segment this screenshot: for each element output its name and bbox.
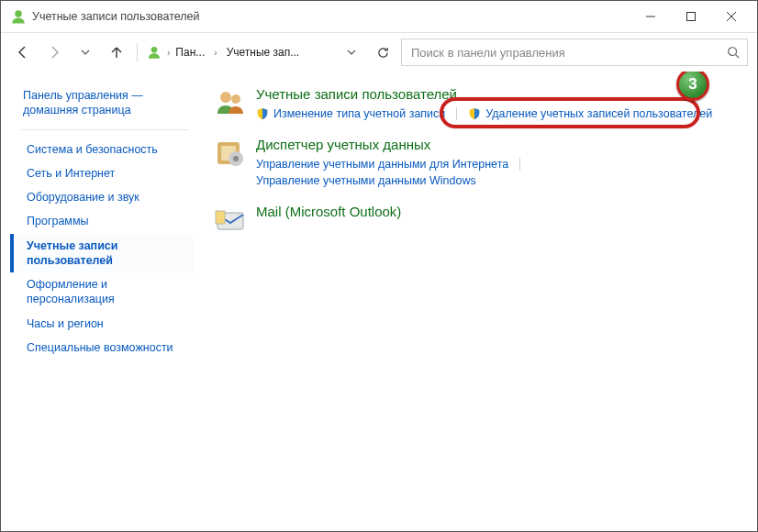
svg-rect-15 bbox=[216, 211, 225, 224]
navbar: › Пан... › Учетные зап... bbox=[1, 33, 757, 72]
sidebar-item-programs[interactable]: Программы bbox=[10, 209, 194, 233]
address-dropdown[interactable] bbox=[339, 39, 364, 65]
separator bbox=[21, 129, 188, 130]
svg-line-7 bbox=[736, 55, 740, 59]
link-windows-credentials[interactable]: Управление учетными данными Windows bbox=[256, 172, 476, 189]
sidebar-item-hardware-sound[interactable]: Оборудование и звук bbox=[10, 185, 194, 209]
sidebar-item-ease-of-access[interactable]: Специальные возможности bbox=[10, 336, 194, 360]
chevron-right-icon: › bbox=[210, 48, 220, 58]
svg-point-6 bbox=[729, 48, 737, 56]
svg-rect-2 bbox=[687, 13, 696, 21]
svg-point-8 bbox=[220, 92, 231, 103]
section-user-accounts: Учетные записи пользователей Изменение т… bbox=[214, 86, 744, 122]
svg-point-5 bbox=[151, 47, 158, 53]
section-heading[interactable]: Диспетчер учетных данных bbox=[256, 137, 744, 152]
history-dropdown[interactable] bbox=[72, 39, 98, 65]
separator bbox=[519, 158, 520, 171]
sidebar-item-clock-region[interactable]: Часы и регион bbox=[10, 312, 194, 336]
body: Панель управления — домашняя страница Си… bbox=[1, 72, 757, 531]
section-mail: Mail (Microsoft Outlook) bbox=[214, 204, 744, 237]
shield-icon bbox=[256, 107, 269, 120]
refresh-button[interactable] bbox=[370, 39, 396, 65]
up-button[interactable] bbox=[104, 39, 129, 65]
window-controls bbox=[630, 3, 752, 30]
mail-icon bbox=[214, 204, 247, 237]
control-panel-home[interactable]: Панель управления — домашняя страница bbox=[10, 86, 194, 129]
link-remove-user-accounts[interactable]: Удаление учетных записей пользователей bbox=[468, 105, 712, 122]
svg-point-9 bbox=[231, 94, 240, 104]
sidebar-item-user-accounts[interactable]: Учетные записи пользователей bbox=[10, 234, 194, 273]
section-heading[interactable]: Mail (Microsoft Outlook) bbox=[256, 204, 744, 219]
search-input[interactable] bbox=[409, 45, 727, 61]
section-heading[interactable]: Учетные записи пользователей bbox=[256, 86, 744, 102]
chevron-right-icon: › bbox=[163, 48, 173, 58]
back-button[interactable] bbox=[10, 39, 36, 65]
window-title: Учетные записи пользователей bbox=[32, 10, 630, 23]
breadcrumb-part: Пан... bbox=[175, 46, 205, 59]
sidebar-item-network[interactable]: Сеть и Интернет bbox=[10, 161, 194, 185]
link-web-credentials[interactable]: Управление учетными данными для Интернет… bbox=[256, 156, 508, 172]
user-accounts-icon bbox=[147, 45, 162, 60]
titlebar: Учетные записи пользователей bbox=[1, 1, 757, 33]
svg-point-0 bbox=[15, 10, 22, 17]
user-accounts-icon bbox=[10, 8, 27, 25]
link-change-account-type[interactable]: Изменение типа учетной записи bbox=[256, 105, 445, 122]
breadcrumb-root[interactable]: › Пан... bbox=[145, 41, 206, 63]
svg-point-13 bbox=[233, 156, 239, 161]
sidebar-item-appearance[interactable]: Оформление и персонализация bbox=[10, 272, 194, 312]
breadcrumb[interactable]: › Пан... › Учетные зап... bbox=[145, 41, 301, 63]
section-credential-manager: Диспетчер учетных данных Управление учет… bbox=[214, 137, 744, 189]
maximize-button[interactable] bbox=[671, 3, 711, 30]
forward-button[interactable] bbox=[41, 39, 67, 65]
search-icon bbox=[727, 46, 740, 59]
separator bbox=[456, 107, 457, 120]
shield-icon bbox=[468, 107, 481, 120]
search-box[interactable] bbox=[401, 39, 748, 66]
sidebar-item-system-security[interactable]: Система и безопасность bbox=[10, 138, 194, 161]
content: Учетные записи пользователей Изменение т… bbox=[203, 86, 744, 516]
close-button[interactable] bbox=[711, 3, 752, 30]
control-panel-window: Учетные записи пользователей bbox=[0, 0, 758, 532]
sidebar: Панель управления — домашняя страница Си… bbox=[10, 86, 203, 516]
breadcrumb-current[interactable]: Учетные зап... bbox=[225, 42, 302, 62]
credential-manager-icon bbox=[214, 137, 247, 170]
users-icon bbox=[214, 86, 247, 119]
separator bbox=[137, 43, 138, 61]
minimize-button[interactable] bbox=[630, 3, 671, 30]
